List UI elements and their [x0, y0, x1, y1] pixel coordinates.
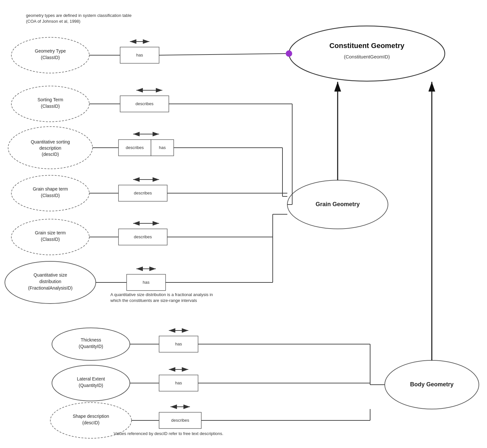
quant-sorting-sublabel: (descID)	[42, 152, 59, 157]
note-size-dist-line2: which the constituents are size-range in…	[110, 298, 197, 303]
quant-size-label1: Quantitative size	[33, 272, 67, 278]
shape-desc-label: Shape description	[73, 414, 109, 419]
geometry-type-sublabel: (ClassID)	[41, 55, 60, 60]
describes-box-row4-label: describes	[134, 191, 152, 195]
describes-box-row5-label: describes	[134, 234, 152, 239]
quant-sorting-label2: description	[39, 145, 61, 151]
has-box-row6-label: has	[143, 280, 150, 285]
quant-size-label2: distribution	[39, 279, 61, 284]
body-geometry-label: Body Geometry	[410, 381, 454, 388]
grain-shape-sublabel: (ClassID)	[41, 193, 60, 198]
shape-desc-sublabel: (descID)	[82, 420, 100, 425]
constituent-geometry-ellipse	[289, 26, 445, 81]
has-box-row1-label: has	[136, 53, 143, 57]
quant-sorting-label1: Quantitative sorting	[31, 139, 70, 144]
sorting-term-label: Sorting Term	[37, 97, 63, 102]
has-box-row7-label: has	[175, 342, 182, 346]
lateral-extent-label: Lateral Extent	[77, 376, 105, 381]
describes-box-row2-label: describes	[135, 101, 154, 106]
grain-size-label: Grain size term	[35, 230, 66, 235]
thickness-label: Thickness	[81, 337, 101, 342]
note-top-line1: geometry types are defined in system cla…	[26, 13, 131, 18]
constituent-geometry-label: Constituent Geometry	[329, 42, 405, 50]
describes-box-row3-label: describes	[126, 145, 144, 150]
note-top-line2: (COA of Johnson et al, 1998)	[26, 19, 81, 24]
grain-size-sublabel: (ClassID)	[41, 237, 60, 242]
note-desc-line1: Values referenced by descID refer to fre…	[114, 431, 223, 436]
sorting-term-sublabel: (ClassID)	[41, 104, 60, 109]
describes-box-row9-label: describes	[171, 418, 189, 423]
lateral-extent-sublabel: (QuantityID)	[79, 383, 103, 388]
has-box-row3-label: has	[159, 145, 166, 150]
geometry-type-label: Geometry Type	[35, 48, 66, 54]
thickness-sublabel: (QuantityID)	[79, 344, 103, 349]
note-size-dist-line1: A quantitative size distribution is a fr…	[110, 292, 213, 297]
purple-dot	[286, 50, 292, 57]
grain-geometry-label: Grain Geometry	[316, 201, 360, 207]
quant-size-sublabel: (FractionalAnalysisID)	[28, 285, 73, 291]
grain-shape-label: Grain shape term	[33, 186, 68, 192]
has-box-row8-label: has	[175, 380, 182, 385]
has-to-constituent-line	[159, 54, 286, 55]
constituent-geometry-sublabel: (ConstituentGeomID)	[344, 54, 390, 59]
